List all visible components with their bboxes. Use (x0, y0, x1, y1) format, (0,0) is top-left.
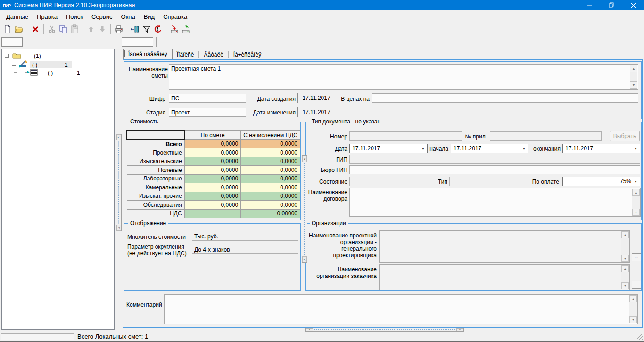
tab-details[interactable]: Äåòàëè (199, 50, 227, 60)
number-field[interactable] (349, 131, 462, 141)
scroll-up-icon[interactable] (621, 231, 629, 238)
close-button[interactable] (622, 0, 644, 10)
filter-button[interactable] (141, 24, 152, 34)
payment-dropdown[interactable]: 75% (562, 177, 640, 186)
cut-button[interactable] (46, 24, 58, 34)
tab-signatures[interactable]: Ïîäïèñè (173, 50, 198, 60)
cost-header-with-vat[interactable]: С начислением НДС (241, 130, 300, 139)
open-button[interactable] (13, 24, 25, 34)
cost-header-by-estimate[interactable]: По смете (184, 130, 241, 139)
cell-with-vat[interactable]: 0,0000 (241, 157, 300, 166)
menu-item-data[interactable]: Данные (2, 11, 33, 22)
contract-name-field[interactable] (349, 188, 641, 217)
end-date-dropdown[interactable]: 17.11.2017 (562, 144, 640, 153)
chevron-down-icon[interactable] (634, 147, 637, 150)
date-dropdown[interactable]: 17.11.2017 (349, 144, 428, 153)
new-button[interactable] (2, 24, 13, 34)
minimize-button[interactable] (579, 0, 601, 10)
panel-splitter[interactable] (302, 155, 307, 263)
cell-by-estimate[interactable]: 0,0000 (184, 157, 241, 166)
menu-item-help[interactable]: Справка (159, 11, 191, 22)
cell-by-estimate[interactable]: 0,0000 (184, 148, 241, 157)
attachment-number-field[interactable] (490, 131, 602, 141)
menu-item-view[interactable]: Вид (140, 11, 159, 22)
cell-with-vat[interactable]: 0,0000 (241, 139, 300, 148)
cell-with-vat[interactable]: 0,0000 (241, 174, 300, 183)
choose-button[interactable]: Выбрать (610, 131, 640, 141)
cell-by-estimate[interactable]: 0,0000 (184, 183, 241, 192)
bottom-splitter[interactable] (305, 328, 464, 332)
scrollbar[interactable] (632, 189, 640, 216)
type-field[interactable] (449, 177, 526, 186)
refresh-button[interactable] (152, 24, 164, 34)
cell-with-vat[interactable]: 0,0000 (241, 192, 300, 201)
cell-by-estimate[interactable] (184, 209, 241, 218)
scroll-down-icon[interactable] (621, 282, 629, 289)
scroll-down-icon[interactable] (630, 81, 637, 89)
chevron-down-icon[interactable] (421, 147, 425, 150)
stage-field[interactable]: Проект (169, 108, 246, 117)
modified-date-field[interactable]: 17.11.2017 (297, 107, 335, 117)
gip-field[interactable] (349, 155, 640, 164)
resize-grip[interactable] (637, 334, 643, 340)
cell-by-estimate[interactable]: 0,0000 (184, 201, 241, 210)
cell-by-estimate[interactable]: 0,0000 (184, 192, 241, 201)
cost-header-blank[interactable] (127, 130, 184, 139)
scroll-down-icon[interactable] (629, 316, 637, 323)
scrollbar[interactable] (621, 231, 629, 262)
scroll-up-icon[interactable] (621, 265, 629, 272)
designer-org-browse-button[interactable]: ... (632, 253, 641, 261)
cell-by-estimate[interactable]: 0,0000 (184, 139, 241, 148)
tree-item-estimate[interactable]: ( ) (32, 62, 37, 68)
export-button[interactable] (180, 24, 191, 34)
fit-columns-button[interactable] (130, 24, 141, 34)
delete-button[interactable] (30, 24, 41, 34)
comment-field[interactable] (164, 294, 638, 324)
chevron-down-icon[interactable] (522, 147, 526, 150)
menu-item-service[interactable]: Сервис (87, 11, 117, 22)
tab-charges[interactable]: Íà÷èñëåíèÿ (229, 50, 265, 60)
tree-expand-toggle[interactable] (12, 62, 16, 66)
cell-with-vat[interactable]: 0,0000 (241, 166, 300, 175)
gip-bureau-field[interactable] (349, 165, 640, 174)
cell-by-estimate[interactable]: 0,0000 (184, 166, 241, 175)
tree-item-local-estimate[interactable]: ( ) (48, 70, 53, 76)
menu-item-windows[interactable]: Окна (116, 11, 139, 22)
import-button[interactable] (169, 24, 180, 34)
created-date-field[interactable]: 17.11.2017 (297, 93, 335, 103)
copy-button[interactable] (58, 24, 69, 34)
move-up-button[interactable] (85, 24, 97, 34)
tree-expand-toggle[interactable] (5, 54, 9, 58)
menu-item-search[interactable]: Поиск (62, 11, 87, 22)
chevron-down-icon[interactable] (634, 180, 637, 183)
menu-item-edit[interactable]: Правка (33, 11, 62, 22)
customer-org-browse-button[interactable]: ... (632, 281, 641, 289)
restore-button[interactable] (601, 0, 622, 10)
cell-by-estimate[interactable]: 0,0000 (184, 174, 241, 183)
scroll-up-icon[interactable] (632, 189, 640, 196)
collapse-left-icon[interactable] (302, 156, 307, 162)
scroll-down-icon[interactable] (632, 209, 640, 216)
cipher-field[interactable]: ПС (169, 94, 246, 103)
customer-org-field[interactable] (379, 264, 630, 290)
designer-org-field[interactable] (379, 230, 630, 263)
estimate-name-field[interactable]: Проектная смета 1 (169, 64, 638, 90)
scroll-up-icon[interactable] (629, 295, 637, 302)
collapse-up-icon[interactable] (306, 328, 313, 331)
collapse-left-icon[interactable] (302, 256, 307, 262)
scrollbar[interactable] (630, 65, 637, 89)
print-button[interactable] (113, 24, 124, 34)
tree-item-root[interactable]: (1) (34, 53, 41, 59)
collapse-left-icon[interactable] (116, 225, 121, 231)
cell-with-vat[interactable]: 0,0000 (241, 148, 300, 157)
rounding-field[interactable]: До 4-х знаков (192, 245, 298, 254)
scrollbar[interactable] (629, 295, 637, 323)
scroll-up-icon[interactable] (630, 65, 637, 72)
cost-multiplier-field[interactable]: Тыс. руб. (192, 232, 298, 241)
scroll-down-icon[interactable] (621, 255, 629, 262)
tab-general[interactable]: Îáùèå ñâåäåíèÿ (123, 49, 173, 60)
cell-with-vat[interactable]: 0,0000 (241, 201, 300, 210)
collapse-up-icon[interactable] (456, 328, 463, 331)
paste-button[interactable] (69, 24, 80, 34)
prices-date-field[interactable] (372, 93, 638, 103)
